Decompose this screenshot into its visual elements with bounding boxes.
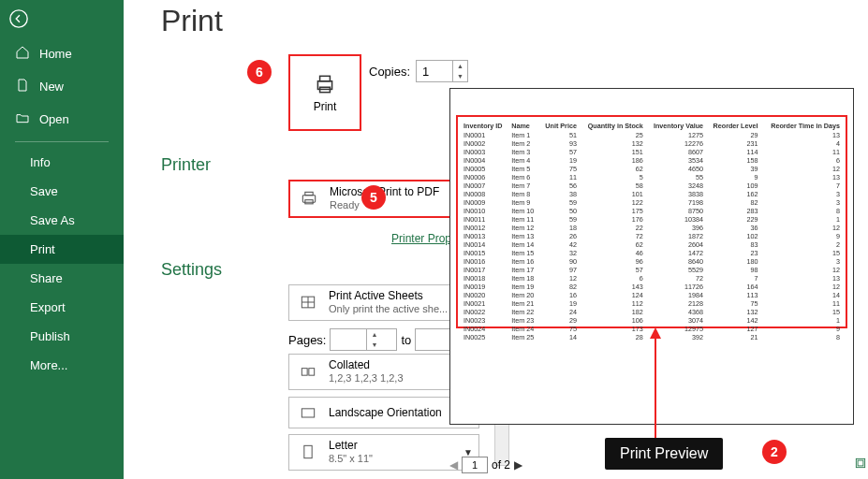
preview-callout: Print Preview xyxy=(605,438,723,470)
spin-up-icon[interactable]: ▲ xyxy=(453,61,467,71)
svg-point-0 xyxy=(10,10,27,27)
nav-label: Info xyxy=(30,155,51,169)
nav-home[interactable]: Home xyxy=(0,37,124,70)
preview-pager: ◀ of 2 ▶ xyxy=(449,457,522,473)
nav-export[interactable]: Export xyxy=(0,293,124,322)
pages-to-input[interactable] xyxy=(416,333,451,347)
collate-icon xyxy=(295,362,321,381)
scope-title: Print Active Sheets xyxy=(329,289,456,303)
nav-save-as[interactable]: Save As xyxy=(0,206,124,235)
print-button-label: Print xyxy=(314,100,337,113)
copies-input[interactable] xyxy=(417,65,452,79)
next-page-icon[interactable]: ▶ xyxy=(514,458,522,472)
pages-from-input[interactable] xyxy=(331,333,366,347)
svg-marker-15 xyxy=(650,327,661,339)
printer-icon xyxy=(311,72,339,96)
prev-page-icon[interactable]: ◀ xyxy=(449,458,458,472)
scope-sub: Only print the active she... xyxy=(329,303,456,316)
pages-from[interactable]: ▲▼ xyxy=(330,328,397,351)
nav-info[interactable]: Info xyxy=(0,148,124,177)
page-of-label: of 2 xyxy=(492,458,510,472)
nav-label: Print xyxy=(30,242,55,256)
svg-rect-13 xyxy=(304,446,312,458)
paper-title: Letter xyxy=(329,439,456,453)
svg-rect-11 xyxy=(309,369,315,376)
print-button[interactable]: Print xyxy=(288,54,361,131)
nav-label: Save As xyxy=(30,213,75,227)
nav-share[interactable]: Share xyxy=(0,264,124,293)
sheets-icon xyxy=(295,293,321,312)
nav-label: Save xyxy=(30,184,58,198)
page-icon xyxy=(295,443,321,461)
backstage-sidebar: Home New Open Info Save Save As Print Sh… xyxy=(0,0,124,479)
spin-up-icon[interactable]: ▲ xyxy=(367,329,381,340)
nav-new[interactable]: New xyxy=(0,70,124,103)
settings-heading: Settings xyxy=(161,260,222,280)
nav-label: More... xyxy=(30,358,67,372)
orient-title: Landscape Orientation xyxy=(329,406,456,420)
copies-row: Copies: ▲▼ xyxy=(369,60,468,82)
nav-more[interactable]: More... xyxy=(0,351,124,380)
paper-sub: 8.5" x 11" xyxy=(329,453,456,466)
spin-down-icon[interactable]: ▼ xyxy=(367,340,381,350)
home-icon xyxy=(15,45,30,63)
folder-open-icon xyxy=(15,110,30,128)
svg-rect-17 xyxy=(858,460,863,466)
printer-icon xyxy=(296,189,322,208)
annotation-badge-6: 6 xyxy=(247,60,272,84)
nav-label: New xyxy=(39,80,64,94)
copies-label: Copies: xyxy=(369,65,410,79)
page-title: Print xyxy=(161,4,868,38)
svg-rect-5 xyxy=(305,193,313,196)
annotation-badge-5: 5 xyxy=(361,185,386,210)
separator xyxy=(15,141,109,142)
preview-table: Inventory IDNameUnit PriceQuantity in St… xyxy=(462,121,842,341)
copies-spinner[interactable]: ▲▼ xyxy=(416,60,468,82)
file-icon xyxy=(15,78,30,95)
svg-rect-2 xyxy=(320,76,331,80)
annotation-arrow-icon xyxy=(648,327,663,440)
nav-save[interactable]: Save xyxy=(0,177,124,206)
to-label: to xyxy=(401,333,411,347)
nav-label: Publish xyxy=(30,329,70,343)
printer-name: Microsoft Print to PDF xyxy=(330,185,455,199)
annotation-badge-2: 2 xyxy=(762,440,787,464)
page-number-input[interactable] xyxy=(462,457,488,473)
svg-rect-10 xyxy=(302,369,307,376)
nav-label: Share xyxy=(30,271,63,285)
nav-label: Export xyxy=(30,300,66,314)
printer-status: Ready xyxy=(330,199,455,212)
collate-sub: 1,2,3 1,2,3 1,2,3 xyxy=(329,372,456,385)
pages-label: Pages: xyxy=(288,333,326,347)
preview-table-wrap: Inventory IDNameUnit PriceQuantity in St… xyxy=(456,115,847,328)
show-margins-icon[interactable] xyxy=(854,457,867,473)
nav-print[interactable]: Print xyxy=(0,235,124,264)
nav-label: Open xyxy=(39,112,69,126)
svg-rect-12 xyxy=(302,409,314,417)
landscape-icon xyxy=(295,403,321,422)
nav-label: Home xyxy=(39,47,72,61)
printer-heading: Printer xyxy=(161,155,211,175)
collate-title: Collated xyxy=(329,358,456,372)
spin-down-icon[interactable]: ▼ xyxy=(453,71,467,81)
back-button[interactable] xyxy=(0,0,37,37)
nav-publish[interactable]: Publish xyxy=(0,322,124,351)
nav-open[interactable]: Open xyxy=(0,103,124,136)
